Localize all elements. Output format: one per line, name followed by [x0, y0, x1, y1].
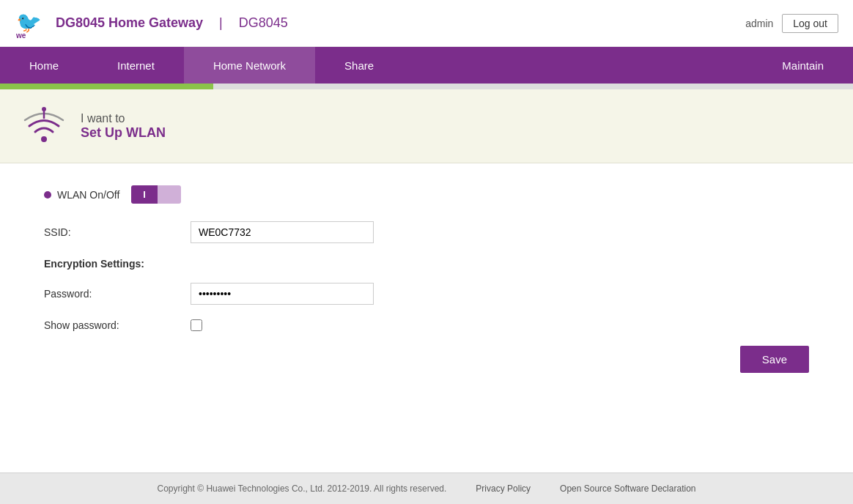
nav-item-home-network[interactable]: Home Network	[184, 47, 315, 84]
wlan-dot	[44, 191, 51, 199]
encryption-label: Encryption Settings:	[44, 258, 809, 270]
footer-copyright: Copyright © Huawei Technologies Co., Ltd…	[158, 483, 447, 494]
header-divider: |	[219, 15, 223, 31]
banner: I want to Set Up WLAN	[0, 89, 853, 163]
nav-item-maintain[interactable]: Maintain	[753, 47, 853, 84]
nav-item-internet[interactable]: Internet	[88, 47, 184, 84]
banner-action: Set Up WLAN	[81, 125, 166, 141]
brand-logo: 🐦 we	[15, 7, 47, 40]
open-source-link[interactable]: Open Source Software Declaration	[560, 483, 695, 494]
banner-iwantto: I want to	[81, 112, 166, 125]
wlan-toggle[interactable]: I	[131, 185, 181, 204]
logout-button[interactable]: Log out	[782, 14, 838, 33]
wlan-row: WLAN On/Off I	[44, 185, 809, 204]
ssid-row: SSID:	[44, 221, 809, 243]
svg-point-4	[42, 107, 46, 111]
encryption-section: Encryption Settings:	[44, 258, 809, 270]
toggle-off[interactable]	[158, 185, 181, 204]
wlan-label: WLAN On/Off	[57, 189, 119, 201]
footer: Copyright © Huawei Technologies Co., Ltd…	[0, 472, 853, 504]
svg-point-2	[41, 136, 47, 142]
ssid-label: SSID:	[44, 226, 191, 238]
password-label: Password:	[44, 288, 191, 300]
save-row: Save	[44, 346, 809, 373]
privacy-policy-link[interactable]: Privacy Policy	[476, 483, 531, 494]
main-nav: Home Internet Home Network Share Maintai…	[0, 47, 853, 84]
svg-text:we: we	[15, 32, 26, 40]
progress-bar-fill	[0, 84, 213, 89]
main-content: WLAN On/Off I SSID: Encryption Settings:…	[0, 163, 853, 472]
header: 🐦 we DG8045 Home Gateway | DG8045 admin …	[0, 0, 853, 47]
logo-area: 🐦 we DG8045 Home Gateway | DG8045	[15, 7, 288, 40]
nav-item-home[interactable]: Home	[0, 47, 88, 84]
header-subtitle: DG8045	[239, 15, 288, 31]
admin-label: admin	[745, 18, 773, 29]
nav-item-share[interactable]: Share	[315, 47, 403, 84]
save-button[interactable]: Save	[740, 346, 809, 373]
progress-bar-container	[0, 84, 853, 89]
show-password-label: Show password:	[44, 319, 191, 331]
show-password-row: Show password:	[44, 319, 809, 331]
toggle-on[interactable]: I	[131, 185, 158, 204]
ssid-input[interactable]	[191, 221, 374, 243]
header-title: DG8045 Home Gateway	[56, 15, 203, 31]
banner-text: I want to Set Up WLAN	[81, 112, 166, 141]
password-input[interactable]	[191, 283, 374, 305]
wifi-icon	[22, 104, 66, 148]
show-password-checkbox[interactable]	[191, 319, 202, 331]
password-row: Password:	[44, 283, 809, 305]
header-right: admin Log out	[745, 14, 838, 33]
